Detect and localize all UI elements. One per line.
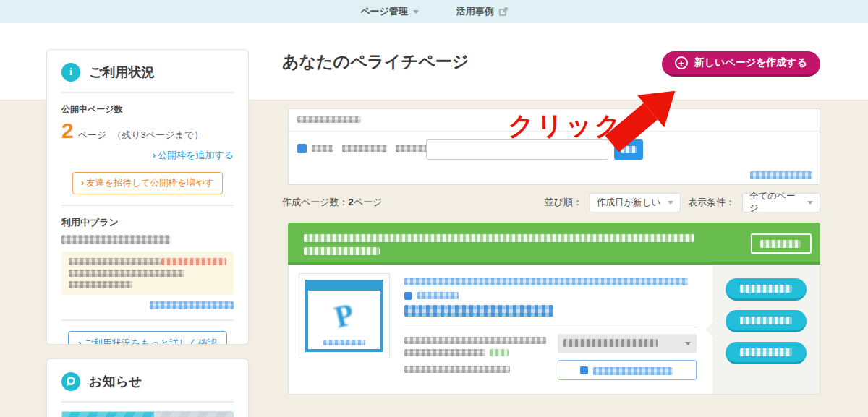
published-pages-count-row: 2 ページ （残り3ページまで） bbox=[61, 119, 234, 143]
redacted-thumbnail-caption bbox=[323, 340, 365, 345]
created-pages-value: 2 bbox=[349, 197, 354, 207]
sort-label: 並び順： bbox=[545, 196, 582, 209]
add-publish-slot-label: 公開枠を追加する bbox=[158, 150, 234, 160]
filter-label: 表示条件： bbox=[688, 196, 735, 209]
chevron-down-icon bbox=[413, 10, 419, 14]
news-card-title: お知らせ bbox=[89, 373, 142, 390]
usage-card-title: ご利用状況 bbox=[89, 64, 154, 81]
redacted-warning-text bbox=[161, 258, 226, 265]
chevron-down-icon bbox=[685, 342, 691, 345]
chevron-down-icon bbox=[668, 201, 673, 205]
banner-action-button[interactable] bbox=[751, 233, 812, 254]
invite-friends-button[interactable]: ›友達を招待して公開枠を増やす bbox=[72, 172, 223, 194]
nav-use-cases-label: 活用事例 bbox=[456, 5, 494, 18]
filter-selected-value: 全てのページ bbox=[749, 190, 801, 215]
divider bbox=[61, 319, 234, 321]
link-icon bbox=[404, 292, 412, 300]
filter-select[interactable]: 全てのページ bbox=[742, 193, 820, 212]
redacted-button-label bbox=[740, 285, 792, 293]
redacted-banner-text bbox=[304, 234, 694, 242]
redacted-section-label bbox=[297, 116, 361, 123]
redacted-short-link[interactable] bbox=[417, 292, 459, 299]
redacted-button-label bbox=[740, 348, 792, 356]
list-meta-row: 作成ページ数：2ページ 並び順： 作成日が新しい 表示条件： 全てのページ bbox=[282, 192, 820, 212]
create-new-page-button[interactable]: + 新しいページを作成する bbox=[662, 51, 820, 77]
external-link-icon bbox=[499, 7, 508, 16]
redacted-option-label bbox=[312, 145, 333, 152]
redacted-button-label bbox=[740, 317, 792, 324]
news-banner-image[interactable] bbox=[61, 411, 234, 417]
created-pages-count: 作成ページ数：2ページ bbox=[282, 196, 382, 209]
thumbnail-frame: P bbox=[305, 280, 383, 352]
page-thumbnail[interactable]: P bbox=[299, 273, 390, 358]
page-action-button-1[interactable] bbox=[726, 278, 807, 301]
chevron-right-icon: › bbox=[81, 178, 84, 188]
invite-friends-label: 友達を招待して公開枠を増やす bbox=[86, 178, 214, 188]
published-pages-label: 公開中ページ数 bbox=[61, 103, 234, 116]
page-options-select[interactable] bbox=[558, 334, 697, 353]
sort-selected-value: 作成日が新しい bbox=[597, 197, 660, 209]
panel-notch bbox=[705, 322, 712, 337]
create-new-page-label: 新しいページを作成する bbox=[694, 56, 807, 69]
page-action-button-2[interactable] bbox=[726, 310, 807, 332]
search-option-icon bbox=[297, 144, 307, 153]
redacted-text bbox=[69, 270, 184, 277]
chevron-right-icon: › bbox=[78, 338, 81, 345]
plan-notice-box bbox=[61, 252, 234, 295]
current-plan-label: 利用中プラン bbox=[61, 216, 234, 229]
news-card: お知らせ bbox=[46, 358, 249, 417]
created-pages-unit: ページ bbox=[354, 197, 383, 207]
top-navigation: ページ管理 活用事例 bbox=[0, 0, 868, 23]
speech-bubble-icon bbox=[61, 372, 80, 391]
redacted-meta-text bbox=[404, 337, 546, 344]
news-card-header: お知らせ bbox=[61, 372, 234, 391]
redacted-link[interactable] bbox=[150, 301, 234, 309]
page-secondary-button[interactable] bbox=[558, 360, 697, 380]
redacted-button-label bbox=[760, 240, 801, 248]
page-action-button-3[interactable] bbox=[726, 342, 807, 364]
published-pages-count: 2 bbox=[61, 119, 74, 143]
divider bbox=[61, 205, 234, 206]
redacted-meta-text bbox=[404, 349, 485, 356]
plus-circle-icon: + bbox=[675, 56, 688, 69]
created-pages-label: 作成ページ数： bbox=[282, 197, 349, 207]
usage-card-header: i ご利用状況 bbox=[61, 63, 234, 82]
promo-banner bbox=[288, 223, 820, 265]
nav-use-cases[interactable]: 活用事例 bbox=[456, 5, 508, 18]
redacted-link[interactable] bbox=[750, 171, 812, 179]
redacted-plan-name bbox=[61, 235, 170, 244]
published-pages-remaining: （残り3ページまで） bbox=[112, 129, 203, 142]
button-icon bbox=[580, 366, 588, 374]
chevron-down-icon bbox=[807, 201, 813, 205]
usage-status-card: i ご利用状況 公開中ページ数 2 ページ （残り3ページまで） ›公開枠を追加… bbox=[46, 49, 249, 345]
redacted-selected-option bbox=[563, 339, 658, 347]
divider bbox=[61, 92, 234, 93]
usage-detail-button[interactable]: ›ご利用状況をもっと詳しく確認 bbox=[68, 331, 226, 345]
chevron-right-icon: › bbox=[153, 150, 156, 160]
redacted-page-url-link[interactable] bbox=[404, 278, 688, 285]
add-publish-slot-link[interactable]: ›公開枠を追加する bbox=[61, 149, 234, 162]
divider bbox=[61, 401, 234, 403]
redacted-button-label bbox=[593, 367, 673, 375]
nav-page-management[interactable]: ページ管理 bbox=[360, 5, 419, 18]
page-title: あなたのペライチページ bbox=[282, 51, 469, 73]
redacted-meta-text bbox=[404, 366, 510, 373]
nav-page-management-label: ページ管理 bbox=[360, 5, 408, 18]
redacted-text bbox=[69, 258, 161, 265]
redacted-option-label[interactable] bbox=[342, 145, 387, 152]
redacted-text bbox=[69, 281, 132, 288]
redacted-page-title-link[interactable] bbox=[404, 305, 553, 317]
info-icon: i bbox=[61, 63, 80, 82]
usage-detail-label: ご利用状況をもっと詳しく確認 bbox=[84, 338, 217, 345]
published-pages-unit: ページ bbox=[78, 129, 107, 142]
sort-select[interactable]: 作成日が新しい bbox=[590, 193, 681, 212]
peraichi-logo-icon: P bbox=[305, 291, 384, 342]
thumbnail-header-bar bbox=[308, 283, 380, 291]
divider bbox=[404, 327, 698, 327]
redacted-banner-text bbox=[304, 247, 380, 255]
page-list-item: P bbox=[288, 265, 820, 395]
redacted-status-text bbox=[490, 349, 509, 356]
